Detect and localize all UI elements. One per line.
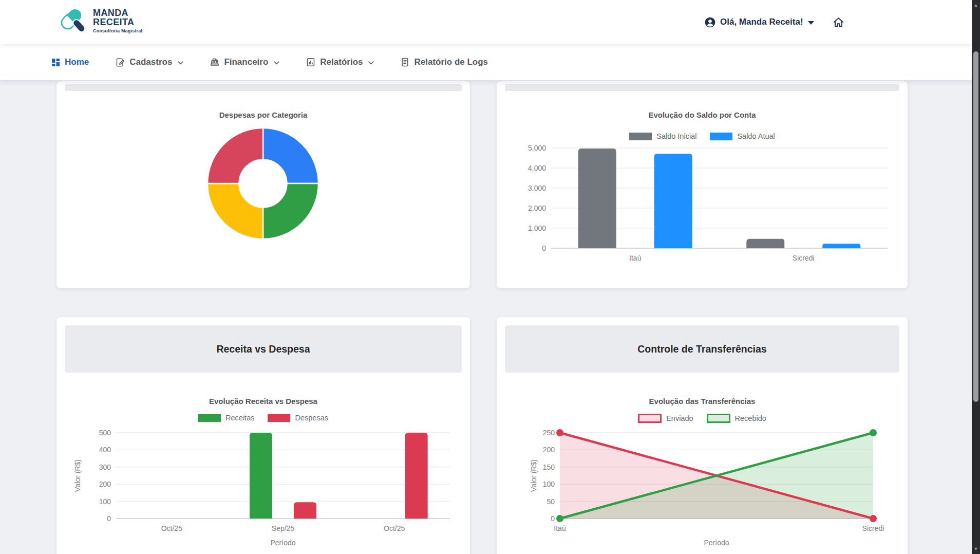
legend-swatch — [198, 414, 221, 422]
nav-item-financeiro[interactable]: Financeiro — [210, 57, 279, 67]
chevron-down-icon — [368, 61, 374, 65]
pill-logo-icon — [58, 5, 90, 36]
legend-swatch — [268, 414, 290, 422]
svg-text:Itaú: Itaú — [629, 254, 641, 262]
document-icon — [401, 58, 409, 67]
home-shortcut-button[interactable] — [833, 16, 844, 28]
legend-item[interactable]: Receitas — [198, 414, 254, 422]
form-icon — [116, 58, 125, 67]
card-header: Receita vs Despesa — [65, 325, 462, 373]
chart-title: Despesas por Categoria — [56, 110, 470, 119]
user-menu[interactable]: Olá, Manda Receita! — [705, 17, 814, 28]
transfer-legend: EnviadoRecebido — [497, 414, 908, 423]
svg-text:0: 0 — [551, 514, 555, 523]
svg-text:Valor (R$): Valor (R$) — [73, 459, 82, 492]
svg-text:2.000: 2.000 — [528, 204, 546, 212]
receita-despesa-bar-chart: 0100200300400500Valor (R$)PeríodoOct/25S… — [65, 428, 462, 548]
main-nav: Home Cadastros Financeiro Rel — [0, 44, 980, 80]
svg-text:100: 100 — [543, 480, 555, 488]
chevron-down-icon — [178, 61, 183, 65]
legend-item[interactable]: Despesas — [268, 414, 328, 422]
svg-text:100: 100 — [99, 497, 111, 506]
svg-text:Período: Período — [704, 539, 729, 547]
donut-chart — [206, 126, 320, 241]
legend-label: Receitas — [225, 414, 254, 422]
scroll-down-arrow[interactable]: ▼ — [972, 545, 980, 553]
legend-label: Enviado — [666, 414, 693, 422]
svg-text:Sicredi: Sicredi — [793, 254, 815, 262]
svg-text:250: 250 — [543, 429, 555, 437]
legend-swatch — [710, 133, 732, 140]
chart-title: Evolução das Transferências — [497, 397, 908, 405]
legend-swatch — [629, 133, 652, 140]
user-greeting: Olá, Manda Receita! — [720, 17, 803, 27]
cash-register-icon — [210, 58, 219, 67]
brand-logo[interactable]: MANDA RECEITA Consultoria Magistral — [58, 5, 142, 36]
card-transferencias: Controle de Transferências Evolução das … — [497, 317, 908, 554]
saldo-legend: Saldo InicialSaldo Atual — [497, 132, 908, 140]
svg-text:Itaú: Itaú — [554, 524, 566, 532]
svg-text:Valor (R$): Valor (R$) — [530, 459, 538, 492]
svg-text:300: 300 — [99, 463, 111, 471]
svg-text:1.000: 1.000 — [528, 224, 546, 232]
svg-text:Sep/25: Sep/25 — [272, 524, 295, 532]
svg-text:50: 50 — [546, 497, 555, 506]
svg-text:0: 0 — [542, 244, 546, 252]
app-header: MANDA RECEITA Consultoria Magistral Olá,… — [0, 0, 980, 44]
legend-item[interactable]: Recebido — [707, 414, 766, 423]
svg-text:150: 150 — [543, 463, 555, 471]
legend-label: Saldo Atual — [737, 132, 775, 140]
svg-text:0: 0 — [107, 514, 111, 523]
legend-swatch — [707, 414, 730, 423]
legend-item[interactable]: Saldo Atual — [710, 132, 775, 140]
card-header-title: Receita vs Despesa — [216, 343, 310, 355]
brand-name-line1: MANDA — [93, 8, 142, 17]
chart-title: Evolução Receita vs Despesa — [56, 397, 470, 405]
svg-text:Sicredi: Sicredi — [862, 524, 884, 532]
scrollbar-thumb[interactable] — [973, 51, 978, 402]
legend-item[interactable]: Saldo Inicial — [629, 132, 696, 140]
nav-item-relatorios[interactable]: Relatórios — [306, 57, 374, 67]
grid-icon — [51, 58, 60, 67]
legend-item[interactable]: Enviado — [638, 414, 693, 423]
svg-text:3.000: 3.000 — [528, 184, 546, 192]
house-icon — [833, 16, 844, 28]
card-header-sliver — [505, 84, 899, 91]
scrollbar-track[interactable]: ▲ ▼ — [972, 0, 980, 554]
svg-text:Oct/25: Oct/25 — [161, 524, 182, 532]
svg-text:200: 200 — [99, 480, 111, 488]
bar-chart-icon — [306, 58, 315, 67]
card-header: Controle de Transferências — [505, 325, 899, 373]
caret-down-icon — [808, 21, 814, 25]
receita-legend: ReceitasDespesas — [56, 414, 470, 422]
card-header-sliver — [65, 84, 462, 91]
svg-text:200: 200 — [543, 446, 555, 454]
scroll-up-arrow[interactable]: ▲ — [972, 1, 980, 9]
chart-title: Evolução do Saldo por Conta — [497, 110, 908, 119]
svg-text:4.000: 4.000 — [528, 164, 546, 172]
person-circle-icon — [705, 17, 715, 28]
nav-item-relatorio-logs[interactable]: Relatório de Logs — [401, 57, 488, 67]
chevron-down-icon — [274, 61, 279, 65]
brand-name-line2: RECEITA — [93, 17, 142, 27]
transferencias-line-chart: 050100150200250Valor (R$)PeríodoItaúSicr… — [505, 428, 899, 548]
card-saldo-conta: Evolução do Saldo por Conta Saldo Inicia… — [497, 81, 908, 288]
nav-item-home[interactable]: Home — [51, 57, 89, 67]
card-header-title: Controle de Transferências — [637, 343, 766, 355]
svg-text:Período: Período — [270, 539, 295, 547]
legend-label: Recebido — [735, 414, 766, 422]
legend-label: Despesas — [295, 414, 328, 422]
legend-label: Saldo Inicial — [656, 132, 696, 140]
legend-swatch — [638, 414, 662, 423]
svg-text:5.000: 5.000 — [528, 144, 546, 152]
card-despesas-categoria: Despesas por Categoria ADMINISTRATIVODES… — [56, 81, 470, 288]
brand-tagline: Consultoria Magistral — [93, 28, 142, 33]
nav-item-cadastros[interactable]: Cadastros — [116, 57, 183, 67]
card-receita-despesa: Receita vs Despesa Evolução Receita vs D… — [56, 317, 470, 554]
svg-text:400: 400 — [99, 446, 111, 454]
saldo-bar-chart: 01.0002.0003.0004.0005.000ItaúSicredi — [505, 143, 899, 266]
svg-text:Oct/25: Oct/25 — [384, 524, 405, 532]
svg-text:500: 500 — [99, 429, 111, 437]
